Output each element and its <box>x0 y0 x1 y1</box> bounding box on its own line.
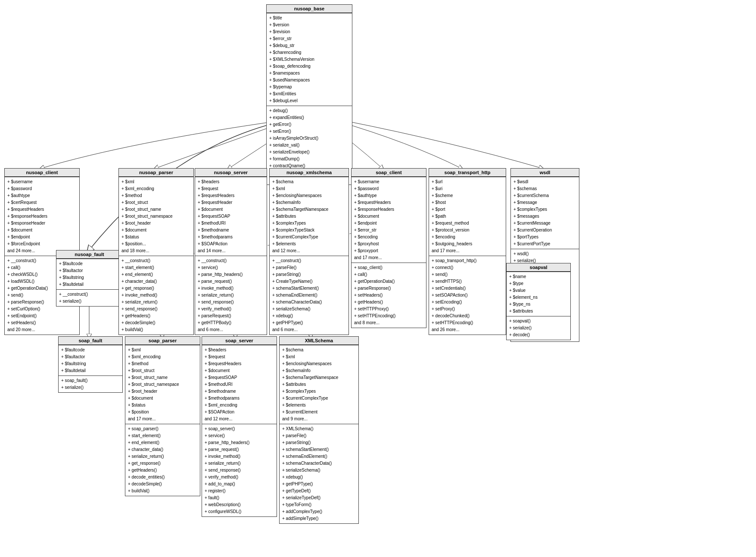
soap-parser-methods: + soap_parser() + start_element() + end_… <box>125 424 200 496</box>
soapval-attrs: + $name + $type + $value + $element_ns +… <box>507 272 570 316</box>
soapval-methods: + soapval() + serialize() + decode() <box>507 316 570 340</box>
nusoap-xmlschema-attrs: + $schema + $xml + $enclosingNamespaces … <box>270 177 348 256</box>
xmlschema-attrs: + $schema + $xml + $enclosingNamespaces … <box>280 345 358 424</box>
nusoap-xmlschema-methods: + __construct() + parseFile() + parseStr… <box>270 256 348 335</box>
nusoap-xmlschema-box: nusoap_xmlschema + $schema + $xml + $enc… <box>269 168 349 335</box>
nusoap-fault-box: nusoap_fault + $faultcode + $faultactor … <box>56 250 123 307</box>
xmlschema-title: XMLSchema <box>280 337 358 345</box>
wsdl-title: wsdl <box>511 169 579 177</box>
nusoap-server-attrs: + $headers + $request + $requestHeaders … <box>195 177 267 256</box>
soap-parser-attrs: + $xml + $xml_encoding + $method + $root… <box>125 345 200 424</box>
soapval-title: soapval <box>507 263 570 272</box>
soap-transport-http-methods: + soap_transport_http() + connect() + se… <box>429 256 506 335</box>
nusoap-client-attrs: + $username + $password + $authtype + $c… <box>5 177 79 256</box>
soap-fault-title: soap_fault <box>59 337 122 345</box>
nusoap-parser-methods: + __construct() + start_element() + end_… <box>119 256 193 335</box>
nusoap-fault-methods: + __construct() + serialize() <box>56 289 122 306</box>
soap-parser-box: soap_parser + $xml + $xml_encoding + $me… <box>125 336 200 496</box>
soap-server-title: soap_server <box>202 337 277 345</box>
nusoap-server-title: nusoap_server <box>195 169 267 177</box>
soap-fault-methods: + soap_fault() + serialize() <box>59 376 122 392</box>
nusoap-base-box: nusoap_base + $title + $version + $revis… <box>266 4 352 185</box>
nusoap-base-attrs: + $title + $version + $revision + $error… <box>267 13 352 106</box>
nusoap-fault-title: nusoap_fault <box>56 250 122 259</box>
soap-fault-attrs: + $faultcode + $faultactor + $faultstrin… <box>59 345 122 376</box>
nusoap-client-title: nusoap_client <box>5 169 79 177</box>
nusoap-parser-box: nusoap_parser + $xml + $xml_encoding + $… <box>118 168 194 335</box>
nusoap-server-box: nusoap_server + $headers + $request + $r… <box>195 168 267 335</box>
nusoap-xmlschema-title: nusoap_xmlschema <box>270 169 348 177</box>
soap-client-attrs: + $username + $password + $authtype + $r… <box>352 177 426 263</box>
diagram-container: nusoap_base + $title + $version + $revis… <box>0 0 756 557</box>
soap-client-methods: + soap_client() + call() + getOperationD… <box>352 263 426 328</box>
nusoap-base-title: nusoap_base <box>267 5 352 13</box>
nusoap-parser-attrs: + $xml + $xml_encoding + $method + $root… <box>119 177 193 256</box>
xmlschema-box: XMLSchema + $schema + $xml + $enclosingN… <box>279 336 359 524</box>
xmlschema-methods: + XMLSchema() + parseFile() + parseStrin… <box>280 424 358 523</box>
nusoap-server-methods: + __construct() + service() + parse_http… <box>195 256 267 335</box>
wsdl-attrs: + $wsdl + $schemas + $currentSchema + $m… <box>511 177 579 249</box>
soap-parser-title: soap_parser <box>125 337 200 345</box>
soap-transport-http-attrs: + $url + $uri + $scheme + $host + $port … <box>429 177 506 256</box>
soap-transport-http-box: soap_transport_http + $url + $uri + $sch… <box>429 168 506 335</box>
soap-server-attrs: + $headers + $request + $requestHeaders … <box>202 345 277 424</box>
soap-server-methods: + soap_server() + service() + parse_http… <box>202 424 277 516</box>
soap-transport-http-title: soap_transport_http <box>429 169 506 177</box>
nusoap-fault-attrs: + $faultcode + $faultactor + $faultstrin… <box>56 259 122 289</box>
nusoap-parser-title: nusoap_parser <box>119 169 193 177</box>
soap-server-box: soap_server + $headers + $request + $req… <box>202 336 277 517</box>
soap-fault-box: soap_fault + $faultcode + $faultactor + … <box>58 336 123 393</box>
soapval-box: soapval + $name + $type + $value + $elem… <box>506 263 571 340</box>
soap-client-title: soap_client <box>352 169 426 177</box>
soap-client-box: soap_client + $username + $password + $a… <box>351 168 426 328</box>
